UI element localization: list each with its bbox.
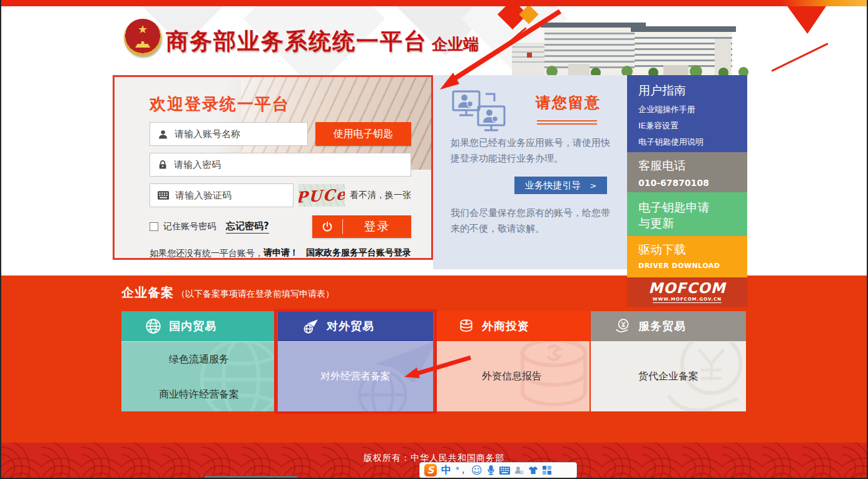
ekey-apply-line2: 与更新 xyxy=(638,215,736,231)
driver-download-box[interactable]: 驱动下载 DRIVER DOWNLOAD xyxy=(627,236,747,277)
card-foreign-investment-header: 外商投资 xyxy=(434,311,590,341)
globe-icon xyxy=(145,318,161,334)
quick-guide-label: 业务快捷引导 xyxy=(525,180,581,192)
remember-label: 记住账号密码 xyxy=(163,221,216,232)
user-guide-box: 用户指南 企业端操作手册 IE兼容设置 电子钥匙使用说明 xyxy=(627,75,747,152)
ime-punctuation-icon[interactable]: °， xyxy=(456,465,467,476)
apply-link[interactable]: 请申请！ xyxy=(263,247,299,260)
item-green-circulation[interactable]: 绿色流通服务 xyxy=(121,342,277,377)
mofcom-login-page: 商务部业务系统统一平台 企业端 欢迎登录统一平台 使用电子钥匙 xyxy=(0,0,868,479)
guide-link-ie[interactable]: IE兼容设置 xyxy=(638,120,736,131)
microphone-icon[interactable] xyxy=(487,465,495,475)
card-domestic-trade: 国内贸易 绿色流通服务 商业特许经营备案 xyxy=(121,311,277,411)
page-header: 商务部业务系统统一平台 企业端 xyxy=(1,6,867,75)
driver-download-title: 驱动下载 xyxy=(638,242,736,258)
emoji-icon[interactable]: ☺ xyxy=(471,465,483,476)
keyboard-icon xyxy=(158,191,169,200)
ime-language-icon[interactable]: 中 xyxy=(441,464,451,477)
captcha-input[interactable] xyxy=(175,190,288,201)
captcha-image[interactable]: PUCe xyxy=(299,184,345,207)
login-title: 欢迎登录统一平台 xyxy=(150,93,411,115)
mofcom-building-image xyxy=(508,14,752,75)
captcha-code-text: PUCe xyxy=(299,185,345,207)
main-band: 欢迎登录统一平台 使用电子钥匙 xyxy=(1,75,867,276)
ekey-apply-line1: 电子钥匙申请 xyxy=(638,200,736,215)
mofcom-logo-box[interactable]: MOFCOM WWW.MOFCOM.GOV.CN xyxy=(627,277,747,307)
card-foreign-trade-header: 对外贸易 xyxy=(278,311,433,341)
no-account-text: 如果您还没有统一平台账号， xyxy=(150,248,263,259)
filing-cards: 国内贸易 绿色流通服务 商业特许经营备案 对外 xyxy=(121,311,746,411)
password-field-wrap xyxy=(150,153,411,177)
filing-subtitle: （以下备案事项请在登录前填写申请表） xyxy=(176,289,334,300)
captcha-refresh-link[interactable]: 看不清，换一张 xyxy=(350,190,411,201)
notice-paragraph-1: 如果您已经有业务应用账号，请使用快捷登录功能进行业务办理。 xyxy=(451,135,612,167)
guide-link-manual[interactable]: 企业端操作手册 xyxy=(638,104,736,115)
account-input[interactable] xyxy=(175,128,302,140)
login-button-label: 登录 xyxy=(343,219,411,235)
filing-title: 企业备案 xyxy=(121,284,174,301)
site-subtitle: 企业端 xyxy=(432,34,479,54)
driver-download-subtitle: DRIVER DOWNLOAD xyxy=(638,262,736,270)
taskbar-strip xyxy=(205,476,297,478)
plane-globe-icon xyxy=(302,318,319,334)
item-foreign-trade-operator-filing[interactable]: 对外经营者备案 xyxy=(278,342,433,411)
item-franchise-filing[interactable]: 商业特许经营备案 xyxy=(121,377,277,411)
forgot-password-link[interactable]: 忘记密码? xyxy=(226,220,269,234)
account-transfer-icon xyxy=(451,89,519,134)
soft-keyboard-icon[interactable] xyxy=(499,466,510,475)
red-triangle-decoration xyxy=(787,6,826,34)
card-service-trade: 服务贸易 货代企业备案 xyxy=(591,311,746,411)
password-input[interactable] xyxy=(174,159,406,170)
site-title: 商务部业务系统统一平台 xyxy=(166,26,427,57)
skin-shirt-icon[interactable] xyxy=(528,466,538,475)
right-sidebar: 用户指南 企业端操作手册 IE兼容设置 电子钥匙使用说明 客服电话 010-67… xyxy=(627,75,747,307)
coins-icon xyxy=(458,318,474,334)
sogou-logo-icon[interactable]: S xyxy=(424,464,437,476)
captcha-field-wrap xyxy=(150,183,294,207)
login-button[interactable]: 登录 xyxy=(312,215,411,238)
quick-guide-button[interactable]: 业务快捷引导 > xyxy=(514,177,607,194)
item-foreign-investment-report[interactable]: 外资信息报告 xyxy=(434,342,590,411)
power-icon xyxy=(312,221,342,232)
hotline-number: 010-67870108 xyxy=(638,178,736,188)
card-service-trade-header: 服务贸易 xyxy=(591,311,746,341)
item-freight-forwarder-filing[interactable]: 货代企业备案 xyxy=(591,342,746,411)
ekey-apply-box[interactable]: 电子钥匙申请 与更新 xyxy=(627,192,747,236)
notice-underline xyxy=(537,120,597,125)
national-emblem-logo xyxy=(124,19,161,56)
mofcom-url: WWW.MOFCOM.GOV.CN xyxy=(653,297,722,303)
chevron-right-icon: > xyxy=(590,181,597,190)
card-domestic-trade-header: 国内贸易 xyxy=(121,311,277,341)
ime-toolbar: S 中 °， ☺ xyxy=(419,462,577,478)
gov-platform-login-link[interactable]: 国家政务服务平台账号登录 xyxy=(306,247,411,260)
mofcom-logo: MOFCOM xyxy=(648,281,725,296)
red-line-decoration xyxy=(771,43,828,72)
notice-title: 请您留意 xyxy=(536,93,601,113)
ekey-button[interactable]: 使用电子钥匙 xyxy=(315,122,411,146)
user-guide-title: 用户指南 xyxy=(638,83,736,99)
user-icon xyxy=(158,129,168,140)
notice-paragraph-2: 我们会尽量保存您原有的账号，给您带来的不便，敬请谅解。 xyxy=(451,205,612,237)
hotline-title: 客服电话 xyxy=(638,158,736,174)
top-red-bar xyxy=(1,0,867,6)
remember-checkbox[interactable] xyxy=(150,222,158,231)
lock-icon xyxy=(158,160,168,170)
notice-panel: 请您留意 如果您已经有业务应用账号，请使用快捷登录功能进行业务办理。 业务快捷引… xyxy=(433,75,627,269)
card-foreign-investment: 外商投资 外资信息报告 xyxy=(434,311,590,411)
hotline-box: 客服电话 010-67870108 xyxy=(627,152,747,192)
dictionary-person-icon[interactable] xyxy=(514,466,524,475)
account-field-wrap xyxy=(150,122,308,146)
menu-grid-icon[interactable] xyxy=(543,466,551,475)
guide-link-ekey[interactable]: 电子钥匙使用说明 xyxy=(638,136,736,148)
login-panel: 欢迎登录统一平台 使用电子钥匙 xyxy=(113,75,433,260)
card-foreign-trade: 对外贸易 对外经营者备案 xyxy=(278,311,433,411)
hand-coin-icon xyxy=(615,318,631,334)
